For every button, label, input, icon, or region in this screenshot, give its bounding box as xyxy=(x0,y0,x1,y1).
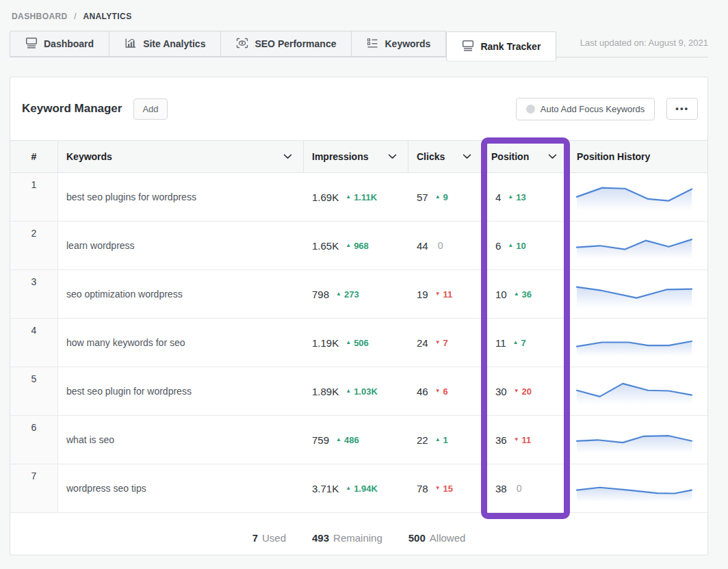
position-delta: 0 xyxy=(514,483,522,494)
tab-rank-tracker[interactable]: Rank Tracker xyxy=(446,31,556,62)
clicks-cell: 24 ▼7 xyxy=(408,319,483,367)
trend-arrow-icon: ▲ xyxy=(346,243,351,248)
position-history-sparkline xyxy=(575,326,693,360)
row-number: 5 xyxy=(10,367,58,415)
impressions-cell: 1.19K ▲506 xyxy=(304,319,408,367)
impressions-cell: 1.89K ▲1.03K xyxy=(304,367,408,415)
position-history-sparkline xyxy=(575,471,693,505)
position-delta: ▲13 xyxy=(508,192,525,202)
impressions-cell: 798 ▲273 xyxy=(304,270,408,318)
position-cell: 38 0 xyxy=(483,464,569,512)
position-history-cell xyxy=(569,270,707,318)
monitor-icon xyxy=(25,37,38,51)
trend-arrow-icon: ▲ xyxy=(513,340,519,345)
column-header-clicks[interactable]: Clicks xyxy=(408,141,483,172)
clicks-cell: 57 ▲9 xyxy=(408,173,483,221)
keyword-manager-card: Keyword Manager Add Auto Add Focus Keywo… xyxy=(10,77,708,555)
breadcrumb-dashboard-link[interactable]: DASHBOARD xyxy=(12,12,68,21)
trend-arrow-icon: ▲ xyxy=(508,194,513,200)
column-header-index: # xyxy=(10,141,58,172)
impressions-delta: ▲486 xyxy=(336,435,359,445)
table-row: 1 best seo plugins for wordpress 1.69K ▲… xyxy=(10,173,707,222)
chevron-down-icon xyxy=(283,154,292,159)
position-history-sparkline xyxy=(575,374,693,408)
position-history-cell xyxy=(569,416,707,464)
position-delta: ▲10 xyxy=(508,241,525,251)
clicks-delta: ▲9 xyxy=(435,192,448,202)
breadcrumb: DASHBOARD / ANALYTICS xyxy=(0,0,728,21)
impressions-cell: 1.65K ▲968 xyxy=(304,222,408,269)
table-row: 4 how many keywords for seo 1.19K ▲506 2… xyxy=(10,319,707,367)
more-options-button[interactable]: ••• xyxy=(666,98,698,120)
column-header-impressions[interactable]: Impressions xyxy=(304,141,408,172)
row-number: 2 xyxy=(10,222,58,269)
position-cell: 36 ▼11 xyxy=(483,416,569,464)
table-row: 2 learn wordpress 1.65K ▲968 44 0 6 ▲10 xyxy=(10,222,707,270)
trend-arrow-icon: ▼ xyxy=(435,291,441,297)
analytics-tabbar: Dashboard Site Analytics SEO Performance… xyxy=(10,31,708,57)
breadcrumb-current: ANALYTICS xyxy=(83,12,131,21)
position-history-cell xyxy=(569,222,707,269)
monitor-icon xyxy=(462,40,474,53)
breadcrumb-separator: / xyxy=(74,12,77,21)
trend-arrow-icon: ▼ xyxy=(435,486,441,491)
position-history-cell xyxy=(569,319,707,367)
tab-site-analytics[interactable]: Site Analytics xyxy=(109,31,221,57)
position-history-sparkline xyxy=(575,228,693,263)
trend-arrow-icon: ▼ xyxy=(514,437,519,442)
tab-label: SEO Performance xyxy=(255,38,336,49)
column-header-position-history: Position History xyxy=(569,141,707,172)
clicks-delta: 0 xyxy=(435,240,443,251)
impressions-delta: ▲968 xyxy=(346,241,369,251)
position-delta: ▲7 xyxy=(513,338,526,348)
last-updated-text: Last updated on: August 9, 2021 xyxy=(580,38,708,51)
tab-keywords[interactable]: Keywords xyxy=(352,31,446,57)
keyword-cell: what is seo xyxy=(58,416,304,464)
add-keyword-button[interactable]: Add xyxy=(133,98,167,120)
keyword-cell: learn wordpress xyxy=(58,222,304,269)
position-history-sparkline xyxy=(575,423,693,457)
clicks-cell: 22 ▲1 xyxy=(408,416,483,464)
row-number: 1 xyxy=(10,173,58,221)
trend-arrow-icon: ▲ xyxy=(336,291,341,297)
keyword-cell: how many keywords for seo xyxy=(58,319,304,367)
clicks-cell: 19 ▼11 xyxy=(408,270,483,318)
table-row: 3 seo optimization wordpress 798 ▲273 19… xyxy=(10,270,707,319)
clicks-cell: 78 ▼15 xyxy=(408,464,483,512)
tab-dashboard[interactable]: Dashboard xyxy=(10,31,109,57)
position-history-cell xyxy=(569,464,707,512)
table-body: 1 best seo plugins for wordpress 1.69K ▲… xyxy=(10,173,707,513)
row-number: 4 xyxy=(10,319,58,367)
position-history-cell xyxy=(569,173,707,221)
chevron-down-icon xyxy=(548,154,557,159)
position-cell: 30 ▼20 xyxy=(483,367,569,415)
chevron-down-icon xyxy=(463,154,471,159)
keyword-cell: wordpress seo tips xyxy=(58,464,304,512)
card-title: Keyword Manager xyxy=(22,102,122,116)
bar-chart-icon xyxy=(125,38,137,51)
keyword-cell: best seo plugins for wordpress xyxy=(58,173,304,221)
tab-label: Keywords xyxy=(385,38,430,49)
stat-allowed: 500 Allowed xyxy=(408,532,466,544)
clicks-delta: ▼7 xyxy=(435,338,448,348)
tab-seo-performance[interactable]: SEO Performance xyxy=(221,31,352,57)
position-delta: ▼11 xyxy=(514,435,532,445)
position-history-sparkline xyxy=(575,180,693,214)
usage-stats: 7 Used 493 Remaining 500 Allowed xyxy=(10,513,707,544)
stat-used: 7 Used xyxy=(252,532,286,544)
impressions-delta: ▲273 xyxy=(336,289,359,300)
impressions-cell: 1.69K ▲1.11K xyxy=(304,173,408,221)
impressions-delta: ▲1.03K xyxy=(346,386,378,397)
row-number: 3 xyxy=(10,270,58,318)
position-history-cell xyxy=(569,367,707,415)
trend-arrow-icon: ▲ xyxy=(508,243,513,248)
clicks-delta: ▼15 xyxy=(435,484,453,494)
column-header-keywords[interactable]: Keywords xyxy=(58,141,304,172)
impressions-cell: 759 ▲486 xyxy=(304,416,408,464)
auto-add-focus-keywords-button[interactable]: Auto Add Focus Keywords xyxy=(516,98,655,120)
trend-arrow-icon: ▲ xyxy=(514,291,519,297)
impressions-cell: 3.71K ▲1.94K xyxy=(304,464,408,512)
tab-label: Site Analytics xyxy=(143,38,205,49)
column-header-position[interactable]: Position xyxy=(483,141,569,172)
trend-arrow-icon: ▼ xyxy=(435,388,441,394)
